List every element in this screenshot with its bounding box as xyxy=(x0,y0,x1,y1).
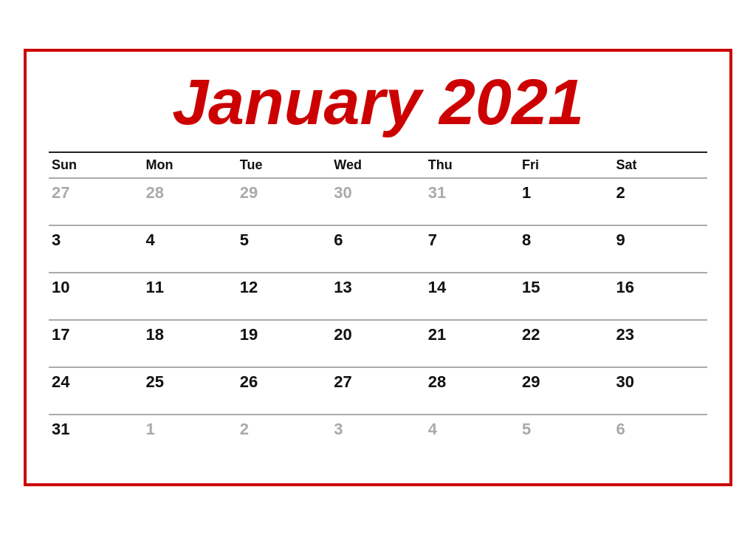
calendar-day-cell[interactable]: 1 xyxy=(142,415,236,461)
calendar-day-cell[interactable]: 21 xyxy=(425,320,519,367)
calendar-day-cell[interactable]: 22 xyxy=(519,320,613,367)
calendar-day-cell[interactable]: 25 xyxy=(142,367,236,415)
calendar-day-cell[interactable]: 2 xyxy=(614,178,707,225)
calendar-day-cell[interactable]: 28 xyxy=(142,178,236,225)
calendar-day-cell[interactable]: 29 xyxy=(237,178,331,225)
calendar-day-cell[interactable]: 31 xyxy=(49,415,142,461)
calendar-day-cell[interactable]: 26 xyxy=(237,367,331,415)
calendar-day-cell[interactable]: 12 xyxy=(237,273,331,320)
calendar-day-cell[interactable]: 9 xyxy=(614,225,707,273)
calendar-day-cell[interactable]: 14 xyxy=(425,273,519,320)
header-mon: Mon xyxy=(142,152,236,178)
calendar-day-cell[interactable]: 30 xyxy=(331,178,425,225)
calendar-day-cell[interactable]: 27 xyxy=(331,367,425,415)
week-row-1: 272829303112 xyxy=(49,178,707,225)
header-wed: Wed xyxy=(331,152,425,178)
week-row-3: 10111213141516 xyxy=(49,273,707,320)
calendar-day-cell[interactable]: 7 xyxy=(425,225,519,273)
calendar-day-cell[interactable]: 5 xyxy=(519,415,613,461)
calendar-day-cell[interactable]: 8 xyxy=(519,225,613,273)
calendar-day-cell[interactable]: 23 xyxy=(614,320,707,367)
calendar-day-cell[interactable]: 30 xyxy=(614,367,707,415)
calendar-day-cell[interactable]: 11 xyxy=(142,273,236,320)
calendar-day-cell[interactable]: 1 xyxy=(519,178,613,225)
calendar-day-cell[interactable]: 3 xyxy=(331,415,425,461)
days-header-row: SunMonTueWedThuFriSat xyxy=(49,152,707,178)
header-sat: Sat xyxy=(614,152,707,178)
week-row-5: 24252627282930 xyxy=(49,367,707,415)
calendar-day-cell[interactable]: 28 xyxy=(425,367,519,415)
calendar-day-cell[interactable]: 6 xyxy=(331,225,425,273)
calendar-day-cell[interactable]: 20 xyxy=(331,320,425,367)
calendar-day-cell[interactable]: 19 xyxy=(237,320,331,367)
calendar-day-cell[interactable]: 15 xyxy=(519,273,613,320)
calendar-title: January 2021 xyxy=(49,67,707,138)
calendar-day-cell[interactable]: 17 xyxy=(49,320,142,367)
calendar-day-cell[interactable]: 10 xyxy=(49,273,142,320)
calendar-day-cell[interactable]: 5 xyxy=(237,225,331,273)
header-fri: Fri xyxy=(519,152,613,178)
calendar-day-cell[interactable]: 24 xyxy=(49,367,142,415)
calendar-container: January 2021 SunMonTueWedThuFriSat 27282… xyxy=(24,49,732,486)
week-row-2: 3456789 xyxy=(49,225,707,273)
calendar-day-cell[interactable]: 2 xyxy=(237,415,331,461)
calendar-day-cell[interactable]: 4 xyxy=(142,225,236,273)
calendar-day-cell[interactable]: 3 xyxy=(49,225,142,273)
calendar-day-cell[interactable]: 18 xyxy=(142,320,236,367)
calendar-grid: SunMonTueWedThuFriSat 272829303112345678… xyxy=(49,151,707,461)
header-sun: Sun xyxy=(49,152,142,178)
calendar-day-cell[interactable]: 29 xyxy=(519,367,613,415)
calendar-day-cell[interactable]: 4 xyxy=(425,415,519,461)
header-thu: Thu xyxy=(425,152,519,178)
header-tue: Tue xyxy=(237,152,331,178)
calendar-day-cell[interactable]: 6 xyxy=(614,415,707,461)
calendar-day-cell[interactable]: 16 xyxy=(614,273,707,320)
calendar-day-cell[interactable]: 13 xyxy=(331,273,425,320)
calendar-day-cell[interactable]: 27 xyxy=(49,178,142,225)
week-row-6: 31123456 xyxy=(49,415,707,461)
week-row-4: 17181920212223 xyxy=(49,320,707,367)
calendar-day-cell[interactable]: 31 xyxy=(425,178,519,225)
